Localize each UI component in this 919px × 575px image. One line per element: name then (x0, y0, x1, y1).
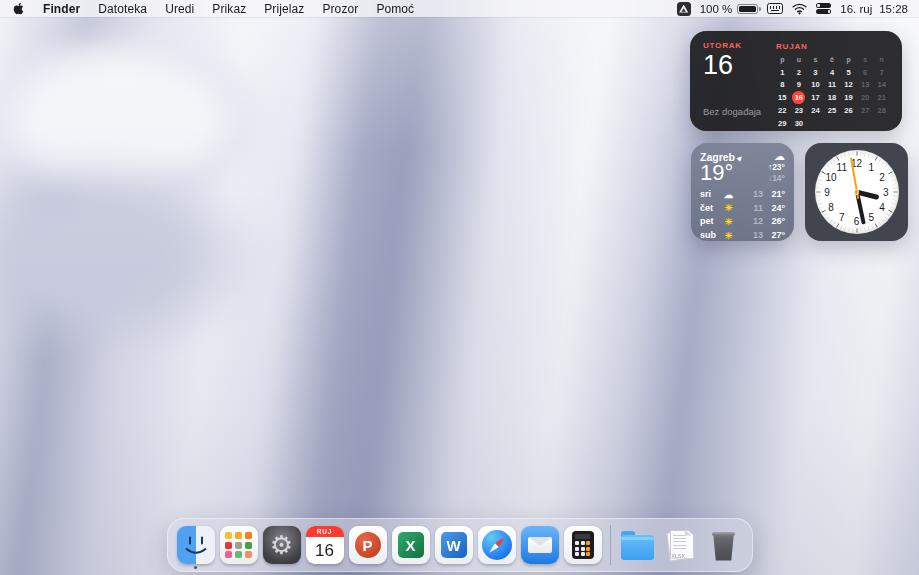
calendar-day[interactable]: 26 (840, 104, 857, 117)
calendar-day[interactable]: 28 (873, 104, 890, 117)
calendar-day[interactable]: 18 (824, 91, 841, 104)
calendar-day[interactable]: 30 (791, 117, 808, 130)
dock-calculator[interactable] (564, 526, 602, 564)
calendar-day[interactable]: 10 (807, 79, 824, 92)
dock-calendar[interactable]: RUJ 16 (306, 526, 344, 564)
forecast-row: čet ☀ 11 24° (700, 202, 785, 214)
calendar-day[interactable]: 23 (791, 104, 808, 117)
menu-bar-time: 15:28 (879, 3, 908, 15)
weather-widget[interactable]: Zagreb ▶ ☁ 19° ↑23° ↓14° sri ☁ 13 21° če… (691, 143, 794, 241)
calendar-day[interactable]: 14 (873, 79, 890, 92)
calendar-day[interactable]: 7 (873, 66, 890, 79)
forecast-day: čet (700, 203, 721, 213)
stack-file-label: XLSX (672, 553, 686, 559)
calendar-day[interactable]: 20 (857, 91, 874, 104)
forecast-low: 11 (753, 203, 763, 213)
dock-excel[interactable]: X (392, 526, 430, 564)
menu-bar-left: Finder Datoteka Uredi Prikaz Prijelaz Pr… (0, 0, 423, 17)
calendar-day[interactable]: 3 (807, 66, 824, 79)
wifi-icon[interactable] (792, 3, 807, 15)
menu-item-uredi[interactable]: Uredi (156, 0, 203, 17)
calendar-app-month: RUJ (306, 526, 344, 537)
folder-icon (621, 535, 654, 560)
battery-icon (737, 4, 758, 14)
control-center-icon[interactable] (816, 3, 831, 14)
dock-trash[interactable] (705, 526, 743, 564)
clock-number: 6 (854, 216, 860, 227)
calendar-day[interactable]: 25 (824, 104, 841, 117)
forecast-low: 12 (753, 216, 763, 226)
documents-stack-icon: XLSX (668, 530, 694, 561)
calendar-day[interactable]: 12 (840, 79, 857, 92)
forecast-row: sri ☁ 13 21° (700, 188, 785, 200)
forecast-high: 21° (763, 189, 785, 199)
dock-downloads-folder[interactable] (619, 526, 657, 564)
calendar-day[interactable]: 21 (873, 91, 890, 104)
calendar-day[interactable]: 27 (857, 104, 874, 117)
dock-documents-stack[interactable]: XLSX (662, 526, 700, 564)
dock-finder[interactable] (177, 526, 215, 564)
calendar-day[interactable]: 8 (774, 79, 791, 92)
calendar-day[interactable]: 24 (807, 104, 824, 117)
clock-number: 9 (824, 187, 830, 198)
clock-number: 2 (879, 172, 885, 183)
clock-number: 1 (868, 161, 874, 172)
forecast-rain-icon: ☁ (721, 189, 736, 200)
calendar-day[interactable]: 1 (774, 66, 791, 79)
forecast-sun-icon: ☀ (721, 202, 736, 213)
dock-launchpad[interactable] (220, 526, 258, 564)
menu-item-prozor[interactable]: Prozor (313, 0, 367, 17)
calendar-weekday-header: n (873, 53, 890, 66)
forecast-low: 13 (753, 189, 763, 199)
clock-number: 3 (883, 187, 889, 198)
calendar-day[interactable]: 17 (807, 91, 824, 104)
launchpad-app-dot (245, 551, 252, 558)
calendar-day[interactable]: 9 (791, 79, 808, 92)
safari-compass (482, 530, 512, 560)
dock-system-settings[interactable]: ⚙ (263, 526, 301, 564)
launchpad-app-dot (225, 542, 232, 549)
menu-bar-clock[interactable]: 16. ruj 15:28 (840, 3, 908, 15)
launchpad-icon (220, 526, 258, 564)
weather-high: ↑23° (768, 162, 785, 172)
launchpad-app-dot (235, 551, 242, 558)
dock-powerpoint[interactable]: P (349, 526, 387, 564)
calendar-day[interactable]: 19 (840, 91, 857, 104)
battery-status[interactable]: 100 % (700, 3, 759, 15)
calendar-day[interactable]: 5 (840, 66, 857, 79)
calendar-day[interactable]: 4 (824, 66, 841, 79)
calendar-day[interactable]: 15 (774, 91, 791, 104)
menu-item-app[interactable]: Finder (34, 0, 89, 17)
dock-mail[interactable] (521, 526, 559, 564)
menu-item-prikaz[interactable]: Prikaz (203, 0, 255, 17)
powerpoint-letter: P (355, 532, 381, 558)
input-source-icon[interactable] (767, 3, 783, 14)
calendar-day[interactable]: 2 (791, 66, 808, 79)
launchpad-app-dot (225, 532, 232, 539)
calendar-day[interactable]: 11 (824, 79, 841, 92)
toggle-pill (816, 9, 831, 13)
apple-menu[interactable] (0, 0, 34, 17)
calendar-day-today[interactable]: 16 (792, 91, 805, 104)
location-arrow-icon: ▶ (735, 153, 743, 161)
calendar-day[interactable]: 29 (774, 117, 791, 130)
calculator-icon (564, 526, 602, 564)
apple-logo-icon (13, 2, 24, 15)
menu-item-pomoc[interactable]: Pomoć (367, 0, 423, 17)
toggle-pill (816, 3, 831, 7)
clock-center-cap (854, 189, 860, 195)
dock-safari[interactable] (478, 526, 516, 564)
menu-bar-date: 16. ruj (840, 3, 872, 15)
calendar-widget[interactable]: UTORAK 16 Bez događaja RUJAN pusčpsn1234… (690, 31, 902, 131)
calendar-day[interactable]: 13 (857, 79, 874, 92)
menu-bar: Finder Datoteka Uredi Prikaz Prijelaz Pr… (0, 0, 919, 17)
triangle-app-icon[interactable] (677, 2, 691, 16)
dock-word[interactable]: W (435, 526, 473, 564)
clock-widget[interactable]: 12 1 2 3 4 5 6 7 8 9 10 11 (805, 143, 908, 241)
calendar-day[interactable]: 6 (857, 66, 874, 79)
calendar-day[interactable]: 22 (774, 104, 791, 117)
menu-item-datoteka[interactable]: Datoteka (89, 0, 156, 17)
forecast-high: 26° (763, 216, 785, 226)
forecast-low: 13 (753, 230, 763, 240)
menu-item-prijelaz[interactable]: Prijelaz (255, 0, 313, 17)
